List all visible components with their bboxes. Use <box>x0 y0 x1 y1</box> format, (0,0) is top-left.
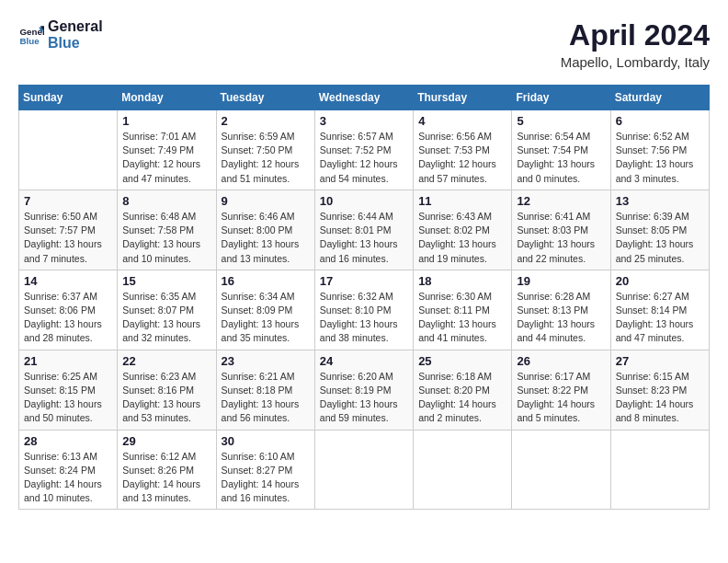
day-number: 28 <box>24 434 112 448</box>
day-number: 25 <box>418 354 506 368</box>
sunrise-text: Sunrise: 6:54 AM <box>517 131 590 142</box>
calendar-cell: 30 Sunrise: 6:10 AM Sunset: 8:27 PM Dayl… <box>216 430 314 510</box>
calendar-cell: 15 Sunrise: 6:35 AM Sunset: 8:07 PM Dayl… <box>118 270 216 350</box>
sunset-text: Sunset: 8:22 PM <box>517 385 588 396</box>
sunset-text: Sunset: 8:09 PM <box>222 304 293 316</box>
day-number: 23 <box>222 354 310 368</box>
sunset-text: Sunset: 8:23 PM <box>616 385 688 396</box>
sunrise-text: Sunrise: 6:52 AM <box>616 131 689 142</box>
calendar-cell: 10 Sunrise: 6:44 AM Sunset: 8:01 PM Dayl… <box>314 190 413 270</box>
daylight-text: Daylight: 13 hours and 41 minutes. <box>418 318 496 343</box>
calendar-cell: 27 Sunrise: 6:15 AM Sunset: 8:23 PM Dayl… <box>610 350 709 430</box>
sunrise-text: Sunrise: 6:44 AM <box>320 211 393 222</box>
day-number: 4 <box>418 114 506 128</box>
sunrise-text: Sunrise: 6:28 AM <box>517 291 590 302</box>
calendar-cell <box>512 430 610 510</box>
day-info: Sunrise: 6:18 AM Sunset: 8:20 PM Dayligh… <box>418 370 506 426</box>
day-info: Sunrise: 6:52 AM Sunset: 7:56 PM Dayligh… <box>616 130 704 186</box>
day-number: 14 <box>24 274 112 288</box>
sunset-text: Sunset: 7:56 PM <box>616 144 688 155</box>
day-info: Sunrise: 6:32 AM Sunset: 8:10 PM Dayligh… <box>320 290 408 346</box>
daylight-text: Daylight: 13 hours and 19 minutes. <box>418 238 496 263</box>
sunrise-text: Sunrise: 6:50 AM <box>24 211 97 222</box>
day-info: Sunrise: 6:13 AM Sunset: 8:24 PM Dayligh… <box>24 450 112 506</box>
day-info: Sunrise: 6:39 AM Sunset: 8:05 PM Dayligh… <box>616 210 704 266</box>
sunset-text: Sunset: 8:24 PM <box>24 465 96 476</box>
col-header-friday: Friday <box>512 86 610 110</box>
calendar-cell: 18 Sunrise: 6:30 AM Sunset: 8:11 PM Dayl… <box>414 270 512 350</box>
sunset-text: Sunset: 8:19 PM <box>320 385 392 396</box>
day-number: 24 <box>320 354 408 368</box>
day-number: 13 <box>616 194 704 208</box>
col-header-monday: Monday <box>118 86 216 110</box>
sunset-text: Sunset: 8:05 PM <box>616 224 688 236</box>
calendar-cell: 3 Sunrise: 6:57 AM Sunset: 7:52 PM Dayli… <box>314 110 413 190</box>
sunrise-text: Sunrise: 6:37 AM <box>24 291 97 302</box>
sunset-text: Sunset: 8:27 PM <box>222 465 293 476</box>
day-info: Sunrise: 6:50 AM Sunset: 7:57 PM Dayligh… <box>24 210 112 266</box>
col-header-wednesday: Wednesday <box>314 86 413 110</box>
sunrise-text: Sunrise: 6:30 AM <box>418 291 492 302</box>
sunset-text: Sunset: 7:52 PM <box>320 144 392 155</box>
day-info: Sunrise: 6:30 AM Sunset: 8:11 PM Dayligh… <box>418 290 506 346</box>
logo-line2: Blue <box>48 35 103 52</box>
daylight-text: Daylight: 13 hours and 47 minutes. <box>616 318 694 343</box>
calendar-week-1: 1 Sunrise: 7:01 AM Sunset: 7:49 PM Dayli… <box>19 110 710 190</box>
day-number: 10 <box>320 194 408 208</box>
sunrise-text: Sunrise: 6:48 AM <box>122 211 196 222</box>
calendar-cell: 24 Sunrise: 6:20 AM Sunset: 8:19 PM Dayl… <box>314 350 413 430</box>
sunset-text: Sunset: 7:49 PM <box>122 144 194 155</box>
calendar-week-3: 14 Sunrise: 6:37 AM Sunset: 8:06 PM Dayl… <box>19 270 710 350</box>
sunrise-text: Sunrise: 6:39 AM <box>616 211 689 222</box>
daylight-text: Daylight: 13 hours and 3 minutes. <box>616 158 694 183</box>
calendar-week-2: 7 Sunrise: 6:50 AM Sunset: 7:57 PM Dayli… <box>19 190 710 270</box>
calendar-cell <box>314 430 413 510</box>
title-block: April 2024 Mapello, Lombardy, Italy <box>561 18 710 70</box>
day-number: 26 <box>517 354 605 368</box>
sunset-text: Sunset: 8:06 PM <box>24 304 96 316</box>
sunset-text: Sunset: 7:58 PM <box>122 224 194 236</box>
month-title: April 2024 <box>561 18 710 52</box>
sunset-text: Sunset: 8:07 PM <box>122 304 194 316</box>
day-info: Sunrise: 6:10 AM Sunset: 8:27 PM Dayligh… <box>222 450 310 506</box>
col-header-saturday: Saturday <box>610 86 709 110</box>
sunrise-text: Sunrise: 6:41 AM <box>517 211 590 222</box>
day-number: 16 <box>222 274 310 288</box>
col-header-tuesday: Tuesday <box>216 86 314 110</box>
daylight-text: Daylight: 12 hours and 57 minutes. <box>418 158 496 183</box>
sunrise-text: Sunrise: 6:56 AM <box>418 131 492 142</box>
calendar-cell: 7 Sunrise: 6:50 AM Sunset: 7:57 PM Dayli… <box>19 190 118 270</box>
sunset-text: Sunset: 8:15 PM <box>24 385 96 396</box>
calendar-cell: 25 Sunrise: 6:18 AM Sunset: 8:20 PM Dayl… <box>414 350 512 430</box>
sunset-text: Sunset: 8:13 PM <box>517 304 588 316</box>
day-number: 30 <box>222 434 310 448</box>
day-info: Sunrise: 6:25 AM Sunset: 8:15 PM Dayligh… <box>24 370 112 426</box>
day-number: 2 <box>222 114 310 128</box>
daylight-text: Daylight: 14 hours and 10 minutes. <box>24 478 102 503</box>
sunrise-text: Sunrise: 6:13 AM <box>24 451 97 462</box>
calendar-cell: 9 Sunrise: 6:46 AM Sunset: 8:00 PM Dayli… <box>216 190 314 270</box>
daylight-text: Daylight: 13 hours and 35 minutes. <box>222 318 300 343</box>
day-info: Sunrise: 6:48 AM Sunset: 7:58 PM Dayligh… <box>122 210 210 266</box>
sunset-text: Sunset: 7:54 PM <box>517 144 588 155</box>
calendar-cell: 1 Sunrise: 7:01 AM Sunset: 7:49 PM Dayli… <box>118 110 216 190</box>
calendar-cell: 4 Sunrise: 6:56 AM Sunset: 7:53 PM Dayli… <box>414 110 512 190</box>
day-info: Sunrise: 6:59 AM Sunset: 7:50 PM Dayligh… <box>222 130 310 186</box>
day-number: 1 <box>122 114 210 128</box>
sunrise-text: Sunrise: 6:18 AM <box>418 371 492 382</box>
sunset-text: Sunset: 8:16 PM <box>122 385 194 396</box>
sunset-text: Sunset: 8:11 PM <box>418 304 490 316</box>
sunset-text: Sunset: 8:03 PM <box>517 224 588 236</box>
calendar-cell <box>19 110 118 190</box>
sunrise-text: Sunrise: 6:17 AM <box>517 371 590 382</box>
daylight-text: Daylight: 13 hours and 16 minutes. <box>320 238 398 263</box>
daylight-text: Daylight: 13 hours and 7 minutes. <box>24 238 102 263</box>
sunset-text: Sunset: 8:01 PM <box>320 224 392 236</box>
day-number: 6 <box>616 114 704 128</box>
daylight-text: Daylight: 14 hours and 16 minutes. <box>222 478 300 503</box>
daylight-text: Daylight: 14 hours and 13 minutes. <box>122 478 200 503</box>
sunrise-text: Sunrise: 6:10 AM <box>222 451 295 462</box>
sunrise-text: Sunrise: 6:27 AM <box>616 291 689 302</box>
daylight-text: Daylight: 13 hours and 38 minutes. <box>320 318 398 343</box>
daylight-text: Daylight: 14 hours and 8 minutes. <box>616 398 694 423</box>
